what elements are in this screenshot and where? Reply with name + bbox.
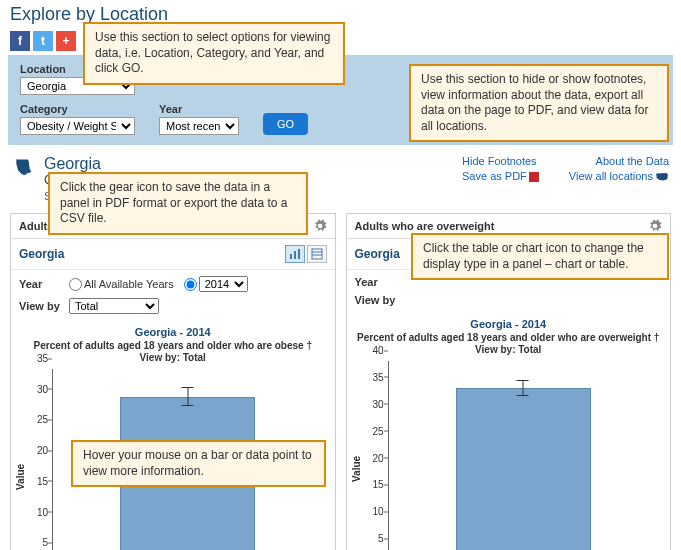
single-year-radio[interactable]: 2014 [184,276,248,292]
svg-rect-2 [298,249,300,259]
chart-viewby: View by: Total [15,352,331,363]
year-ctrl-label: Year [355,276,397,288]
viewby-select[interactable]: Total [69,298,159,314]
panel-obese: Adults w Georgia Year All Available Year… [10,213,336,550]
chart-viewby: View by: Total [351,344,667,355]
error-bar [187,387,188,405]
chart-loc-year: Georgia - 2014 [15,326,331,338]
table-toggle-button[interactable] [307,245,327,263]
callout-context-links: Use this section to hide or show footnot… [409,64,669,142]
gear-icon[interactable] [313,219,327,233]
chart-ylabel: Value [349,361,364,550]
chart-bar[interactable] [456,388,591,550]
viewby-ctrl-label: View by [19,300,61,312]
year-small-select[interactable]: 2014 [199,276,248,292]
chart-icon [289,248,301,260]
panel-title: Adults who are overweight [355,220,649,232]
state-icon [12,157,34,177]
svg-rect-3 [312,249,322,259]
chart-title: Percent of adults aged 18 years and olde… [351,332,667,343]
year-select[interactable]: Most recent [159,117,239,135]
callout-toggle: Click the table or chart icon to change … [411,233,669,280]
chart-loc-year: Georgia - 2014 [351,318,667,330]
us-map-icon [655,172,669,182]
all-years-radio[interactable]: All Available Years [69,278,174,291]
table-icon [311,248,323,260]
twitter-icon[interactable]: t [33,31,53,51]
year-ctrl-label: Year [19,278,61,290]
year-label: Year [159,103,239,115]
error-bar [523,380,524,396]
save-pdf-link[interactable]: Save as PDF [462,170,539,182]
svg-rect-1 [294,251,296,259]
callout-gear: Click the gear icon to save the data in … [48,172,308,235]
facebook-icon[interactable]: f [10,31,30,51]
category-label: Category [20,103,135,115]
chart-toggle-button[interactable] [285,245,305,263]
chart-title: Percent of adults aged 18 years and olde… [15,340,331,351]
context-location: Georgia [44,155,452,173]
chart-body: 510152025303540 [364,361,665,550]
callout-hover: Hover your mouse on a bar or data point … [71,440,326,487]
view-all-locations-link[interactable]: View all locations [569,170,669,182]
hide-footnotes-link[interactable]: Hide Footnotes [462,155,537,167]
svg-rect-0 [290,254,292,259]
pdf-icon [529,172,539,182]
panel-location: Georgia [19,247,283,261]
share-plus-icon[interactable]: + [56,31,76,51]
about-data-link[interactable]: About the Data [596,155,669,167]
gear-icon[interactable] [648,219,662,233]
callout-selector: Use this section to select options for v… [83,22,345,85]
category-select[interactable]: Obesity / Weight Status [20,117,135,135]
go-button[interactable]: GO [263,113,308,135]
chart-ylabel: Value [13,369,28,550]
viewby-ctrl-label: View by [355,294,397,306]
